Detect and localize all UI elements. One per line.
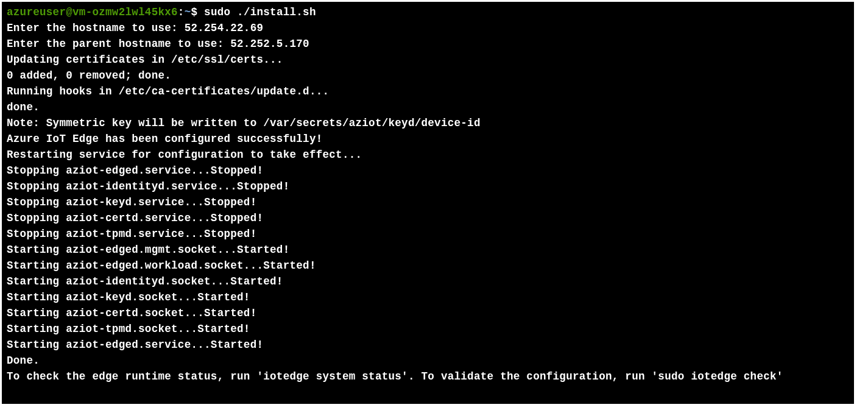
output-line: Stopping aziot-tpmd.service...Stopped! bbox=[7, 226, 849, 242]
prompt-tilde: ~ bbox=[185, 6, 191, 18]
output-line: Azure IoT Edge has been configured succe… bbox=[7, 131, 849, 147]
output-line: Stopping aziot-certd.service...Stopped! bbox=[7, 210, 849, 226]
output-line: 0 added, 0 removed; done. bbox=[7, 68, 849, 83]
output-line: Starting aziot-tpmd.socket...Started! bbox=[7, 321, 849, 337]
output-line: Starting aziot-edged.workload.socket...S… bbox=[7, 258, 849, 274]
output-line: Starting aziot-edged.mgmt.socket...Start… bbox=[7, 242, 849, 258]
terminal-window[interactable]: azureuser@vm-ozmw2lwl45kx6:~$ sudo ./ins… bbox=[0, 0, 856, 406]
output-line: Enter the parent hostname to use: 52.252… bbox=[7, 36, 849, 52]
prompt-dollar: $ bbox=[191, 6, 204, 18]
prompt-at: @ bbox=[66, 6, 72, 18]
prompt-user: azureuser bbox=[7, 6, 66, 18]
output-line: Starting aziot-edged.service...Started! bbox=[7, 337, 849, 353]
output-line: Running hooks in /etc/ca-certificates/up… bbox=[7, 83, 849, 99]
output-line: Starting aziot-identityd.socket...Starte… bbox=[7, 274, 849, 289]
output-line: Updating certificates in /etc/ssl/certs.… bbox=[7, 52, 849, 68]
prompt-host: vm-ozmw2lwl45kx6 bbox=[72, 6, 178, 18]
output-line: Stopping aziot-edged.service...Stopped! bbox=[7, 163, 849, 178]
output-line: Restarting service for configuration to … bbox=[7, 147, 849, 163]
prompt-line: azureuser@vm-ozmw2lwl45kx6:~$ sudo ./ins… bbox=[7, 4, 849, 20]
prompt-colon: : bbox=[178, 6, 185, 18]
output-line: Starting aziot-keyd.socket...Started! bbox=[7, 289, 849, 305]
output-line: Stopping aziot-identityd.service...Stopp… bbox=[7, 178, 849, 194]
output-line: Enter the hostname to use: 52.254.22.69 bbox=[7, 20, 849, 36]
output-line: done. bbox=[7, 99, 849, 115]
output-line: Stopping aziot-keyd.service...Stopped! bbox=[7, 194, 849, 210]
command-input: sudo ./install.sh bbox=[204, 6, 316, 18]
output-line: To check the edge runtime status, run 'i… bbox=[7, 369, 849, 384]
output-line: Done. bbox=[7, 353, 849, 369]
output-line: Note: Symmetric key will be written to /… bbox=[7, 115, 849, 131]
output-line: Starting aziot-certd.socket...Started! bbox=[7, 305, 849, 321]
